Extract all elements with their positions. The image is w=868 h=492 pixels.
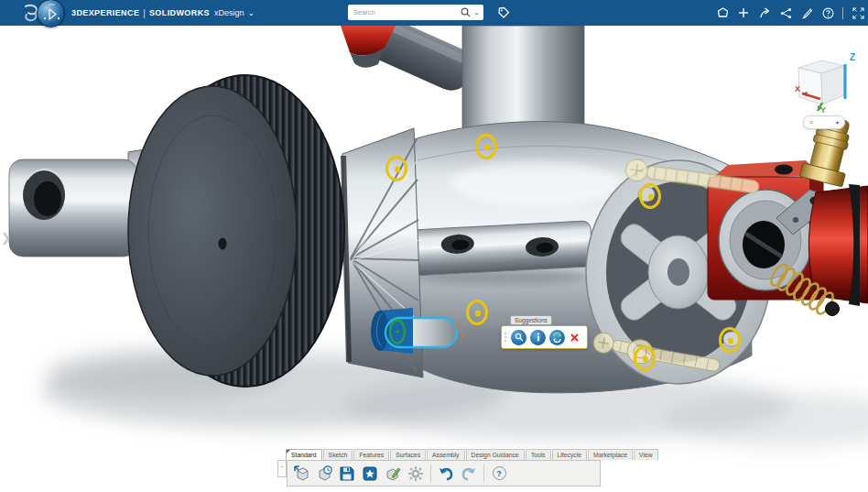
axis-x-label: X	[795, 84, 800, 93]
undo-button[interactable]	[436, 463, 456, 484]
add-icon[interactable]	[737, 6, 750, 19]
share-nodes-icon[interactable]	[779, 6, 792, 19]
xdesign-app: 3DEXPERIENCE | SOLIDWORKS xDesign ⌄ ⌄	[0, 0, 868, 492]
brand-app: xDesign	[214, 8, 244, 17]
help-button[interactable]: ?	[489, 463, 509, 484]
model-viewport[interactable]	[0, 0, 868, 492]
annotate-pen-icon[interactable]	[800, 6, 813, 19]
mounting-lug[interactable]	[409, 221, 592, 276]
brand-separator: |	[143, 8, 146, 18]
tab-surfaces[interactable]: Surfaces	[390, 449, 426, 460]
axis-z-label: Z	[850, 52, 855, 62]
action-bar-buttons: ?	[287, 460, 601, 487]
search-caret-icon[interactable]: ⌄	[473, 10, 480, 15]
topbar-divider	[842, 7, 843, 19]
toolbar-divider	[430, 465, 431, 483]
suggestion-replace-button[interactable]	[549, 330, 565, 345]
app-brand[interactable]: 3DEXPERIENCE | SOLIDWORKS xDesign ⌄	[71, 0, 255, 26]
save-button[interactable]	[337, 463, 357, 484]
suggestion-info-button[interactable]	[530, 330, 546, 345]
expand-panel-chevron-icon[interactable]: ❯	[1, 231, 11, 245]
tab-lifecycle[interactable]: Lifecycle	[552, 449, 587, 460]
toolbar-divider	[483, 465, 484, 483]
assistant-icon[interactable]	[716, 6, 729, 19]
tab-standard[interactable]: Standard	[286, 449, 322, 460]
axis-y-label: Y	[820, 105, 826, 114]
redo-button[interactable]	[459, 463, 479, 484]
collapse-toolbar-button[interactable]: ˇ	[277, 460, 287, 477]
search-input[interactable]	[352, 7, 461, 17]
suggestions-tooltip: Suggestions	[510, 315, 552, 325]
view-options-dropdown[interactable]: ≡ ▾	[803, 115, 845, 129]
new-part-button[interactable]	[360, 463, 380, 484]
help-glyph: ?	[493, 466, 506, 480]
drive-washer[interactable]	[128, 75, 344, 387]
help-icon[interactable]	[821, 6, 834, 19]
insert-part-button[interactable]	[291, 463, 311, 484]
suggestions-toolbar	[501, 325, 588, 349]
action-bar-tabs: Standard Sketch Features Surfaces Assemb…	[286, 448, 658, 460]
settings-button[interactable]	[406, 463, 426, 484]
tab-features[interactable]: Features	[353, 449, 389, 460]
topbar-actions	[716, 0, 864, 26]
tab-tools[interactable]: Tools	[526, 449, 551, 460]
tab-marketplace[interactable]: Marketplace	[588, 449, 633, 460]
brand-product: SOLIDWORKS	[149, 8, 210, 17]
view-dropdown-caret-icon: ▾	[836, 120, 839, 126]
view-cube[interactable]: Z X Y	[787, 48, 864, 114]
fullscreen-icon[interactable]	[852, 6, 864, 19]
search-box[interactable]: ⌄	[348, 5, 483, 20]
edit-part-button[interactable]	[383, 463, 403, 484]
tab-sketch[interactable]: Sketch	[323, 449, 353, 460]
search-icon[interactable]	[461, 7, 471, 17]
tab-view[interactable]: View	[634, 449, 658, 460]
top-bar: 3DEXPERIENCE | SOLIDWORKS xDesign ⌄ ⌄	[0, 0, 868, 26]
suggestion-preview-button[interactable]	[511, 330, 526, 345]
suggestion-close-button[interactable]	[569, 332, 580, 344]
tab-design-guidance[interactable]: Design Guidance	[466, 449, 525, 460]
view-list-icon: ≡	[809, 119, 813, 126]
tab-assembly[interactable]: Assembly	[427, 449, 464, 460]
share-forward-icon[interactable]	[758, 6, 771, 19]
part-history-button[interactable]	[314, 463, 334, 484]
action-bar: Standard Sketch Features Surfaces Assemb…	[277, 448, 658, 487]
app-menu-caret-icon[interactable]: ⌄	[247, 10, 255, 16]
tag-icon[interactable]	[495, 5, 512, 20]
brand-platform: 3DEXPERIENCE	[71, 8, 139, 17]
drag-handle[interactable]	[505, 333, 506, 342]
compass-badge-icon[interactable]	[37, 0, 65, 27]
